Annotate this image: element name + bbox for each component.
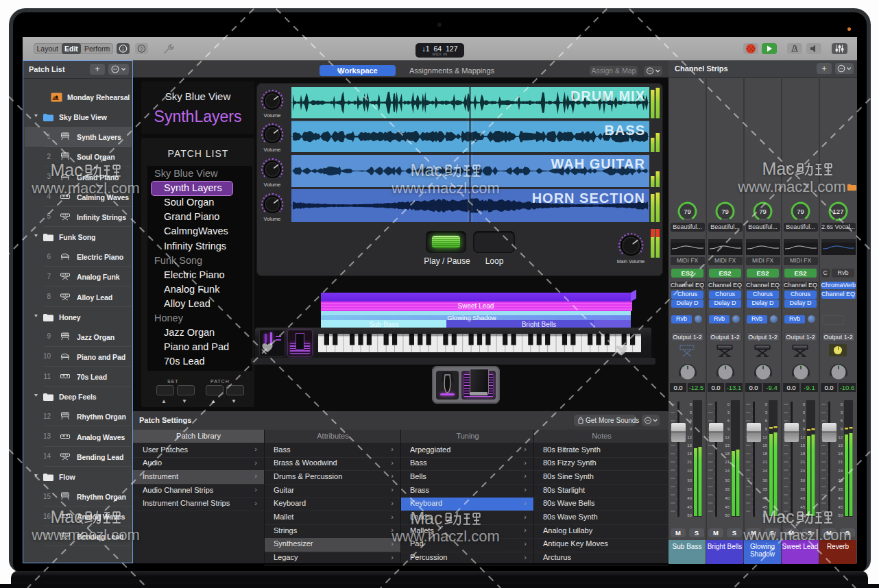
- svg-text:3: 3: [765, 411, 768, 415]
- svg-text:6: 6: [727, 419, 730, 423]
- svg-text:30: 30: [838, 478, 843, 482]
- svg-text:50: 50: [687, 513, 692, 517]
- svg-text:18: 18: [762, 452, 767, 456]
- svg-text:0: 0: [765, 402, 768, 406]
- svg-text:30: 30: [687, 478, 692, 482]
- svg-text:0: 0: [803, 402, 806, 406]
- svg-text:12: 12: [838, 435, 843, 439]
- svg-text:35: 35: [838, 487, 843, 491]
- svg-text:40: 40: [838, 496, 843, 500]
- svg-text:12: 12: [725, 435, 730, 439]
- svg-text:50: 50: [800, 513, 805, 517]
- svg-text:15: 15: [838, 443, 843, 448]
- svg-text:9: 9: [690, 427, 693, 431]
- svg-text:15: 15: [725, 443, 730, 448]
- svg-text:0: 0: [690, 402, 693, 406]
- svg-text:40: 40: [687, 496, 692, 500]
- svg-text:45: 45: [687, 505, 692, 509]
- svg-text:6: 6: [765, 419, 768, 423]
- svg-text:30: 30: [725, 478, 730, 482]
- svg-text:21: 21: [838, 460, 843, 464]
- svg-text:12: 12: [800, 435, 805, 439]
- svg-text:3: 3: [841, 411, 843, 415]
- svg-text:18: 18: [687, 452, 692, 456]
- svg-text:21: 21: [800, 460, 805, 464]
- svg-text:50: 50: [762, 513, 767, 517]
- svg-text:15: 15: [762, 443, 767, 448]
- svg-text:6: 6: [803, 419, 806, 423]
- svg-text:45: 45: [838, 505, 843, 509]
- svg-text:12: 12: [687, 435, 692, 439]
- svg-text:35: 35: [687, 487, 692, 491]
- svg-text:24: 24: [838, 469, 843, 473]
- svg-text:35: 35: [725, 487, 730, 491]
- svg-text:15: 15: [687, 443, 692, 448]
- svg-text:21: 21: [687, 460, 692, 464]
- svg-text:45: 45: [762, 505, 767, 509]
- svg-text:0: 0: [727, 402, 730, 406]
- svg-text:3: 3: [690, 411, 693, 415]
- svg-text:50: 50: [725, 513, 730, 517]
- svg-text:45: 45: [800, 505, 805, 509]
- svg-text:9: 9: [765, 427, 768, 431]
- svg-text:24: 24: [762, 469, 767, 473]
- svg-text:6: 6: [690, 419, 693, 423]
- svg-text:3: 3: [803, 411, 806, 415]
- svg-text:15: 15: [800, 443, 805, 448]
- svg-text:21: 21: [725, 460, 730, 464]
- svg-text:35: 35: [800, 487, 805, 491]
- svg-text:12: 12: [762, 435, 767, 439]
- svg-text:21: 21: [762, 460, 767, 464]
- svg-text:40: 40: [800, 496, 805, 500]
- svg-text:i: i: [122, 46, 124, 53]
- svg-text:24: 24: [687, 469, 692, 473]
- svg-text:45: 45: [725, 505, 730, 509]
- svg-text:18: 18: [838, 452, 843, 456]
- svg-text:0: 0: [841, 402, 843, 406]
- svg-text:30: 30: [800, 478, 805, 482]
- svg-text:40: 40: [762, 496, 767, 500]
- svg-text:3: 3: [727, 411, 730, 415]
- svg-text:30: 30: [762, 478, 767, 482]
- svg-text:24: 24: [800, 469, 805, 473]
- svg-text:50: 50: [838, 513, 843, 517]
- svg-text:9: 9: [803, 427, 806, 431]
- svg-text:18: 18: [800, 452, 805, 456]
- svg-text:40: 40: [725, 496, 730, 500]
- svg-text:6: 6: [841, 419, 843, 423]
- svg-text:18: 18: [725, 452, 730, 456]
- svg-text:9: 9: [727, 427, 730, 431]
- svg-text:35: 35: [762, 487, 767, 491]
- svg-text:?: ?: [140, 46, 143, 52]
- svg-text:9: 9: [841, 427, 843, 431]
- svg-text:24: 24: [725, 469, 730, 473]
